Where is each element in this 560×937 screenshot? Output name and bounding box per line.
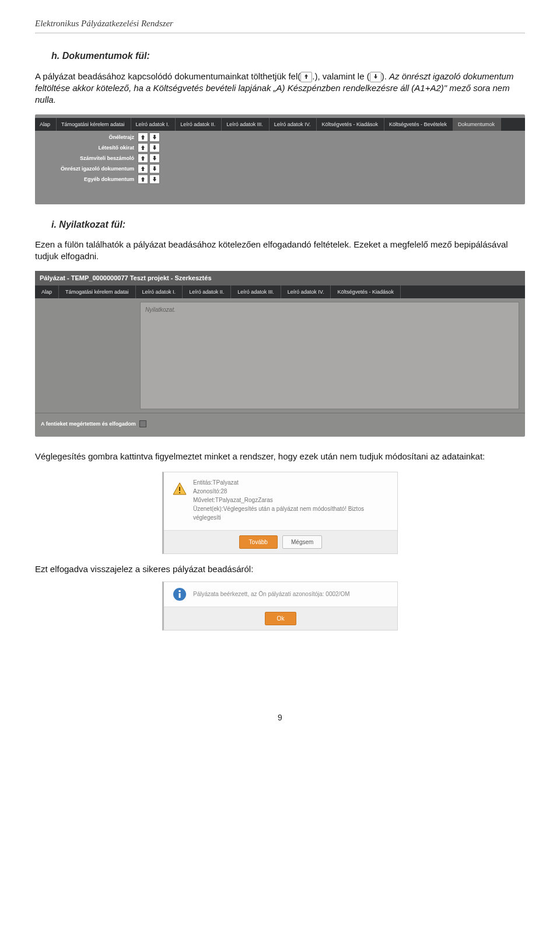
upload-button[interactable] bbox=[138, 133, 148, 142]
tab-leiro3[interactable]: Leíró adatok III. bbox=[231, 285, 281, 298]
documents-body: Önéletrajz Létesítő okirat Számviteli be… bbox=[35, 131, 525, 184]
declaration-tabs: Alap Támogatási kérelem adatai Leíró ada… bbox=[35, 285, 525, 298]
documents-screenshot: Alap Támogatási kérelem adatai Leíró ada… bbox=[35, 114, 525, 204]
accept-row: A fentieket megértettem és elfogadom bbox=[35, 413, 525, 433]
para-after-shot2: Véglegesítés gombra kattintva figyelmezt… bbox=[35, 451, 525, 462]
download-button[interactable] bbox=[149, 164, 160, 173]
tab-leiro1[interactable]: Leíró adatok I. bbox=[131, 118, 176, 131]
upload-button[interactable] bbox=[138, 164, 148, 173]
upload-button[interactable] bbox=[138, 143, 148, 152]
continue-button[interactable]: Tovább bbox=[239, 535, 278, 549]
tab-kiadasok[interactable]: Költségvetés - Kiadások bbox=[331, 285, 401, 298]
upload-button[interactable] bbox=[138, 154, 148, 163]
tab-alap[interactable]: Alap bbox=[35, 118, 57, 131]
svg-rect-0 bbox=[179, 487, 180, 491]
svg-rect-3 bbox=[179, 593, 181, 598]
download-button[interactable] bbox=[149, 143, 160, 152]
svg-point-4 bbox=[178, 590, 181, 592]
upload-icon bbox=[300, 72, 312, 82]
declaration-screenshot: Pályázat - TEMP_0000000077 Teszt projekt… bbox=[35, 271, 525, 437]
dialog-line: Entitás:TPalyazat bbox=[193, 478, 389, 487]
dialog-line: Művelet:TPalyazat_RogzZaras bbox=[193, 496, 389, 504]
section-h-para1c: ). bbox=[382, 71, 387, 81]
section-i-para: Ezen a fülön találhatók a pályázat beadá… bbox=[35, 239, 525, 263]
tab-leiro1[interactable]: Leíró adatok I. bbox=[136, 285, 183, 298]
tab-tamogatasi[interactable]: Támogatási kérelem adatai bbox=[57, 118, 131, 131]
declaration-textarea[interactable]: Nyilatkozat. bbox=[140, 302, 519, 409]
header-rule bbox=[35, 33, 525, 33]
success-dialog-text: Pályázata beérkezett, az Ön pályázati az… bbox=[193, 590, 350, 598]
tab-leiro2[interactable]: Leíró adatok II. bbox=[176, 118, 222, 131]
documents-tabs: Alap Támogatási kérelem adatai Leíró ada… bbox=[35, 118, 525, 131]
para-after-dialog1: Ezt elfogadva visszajelez a sikeres pály… bbox=[35, 563, 525, 575]
tab-leiro4[interactable]: Leíró adatok IV. bbox=[281, 285, 331, 298]
doc-label: Létesítő okirat bbox=[35, 144, 138, 151]
doc-row: Létesítő okirat bbox=[35, 142, 525, 153]
confirm-dialog: Entitás:TPalyazat Azonosító:28 Művelet:T… bbox=[162, 472, 398, 555]
confirm-dialog-text: Entitás:TPalyazat Azonosító:28 Művelet:T… bbox=[193, 478, 389, 522]
section-h-para1a: A pályázat beadásához kapcsolódó dokumen… bbox=[35, 71, 300, 81]
upload-button[interactable] bbox=[138, 175, 148, 184]
section-h-title: h. Dokumentumok fül: bbox=[51, 50, 525, 62]
section-i-title: i. Nyilatkozat fül: bbox=[51, 218, 525, 231]
doc-label: Számviteli beszámoló bbox=[35, 155, 138, 162]
dialog-line: Üzenet(ek):Véglegesítés után a pályázat … bbox=[193, 504, 389, 522]
warning-icon bbox=[172, 482, 187, 497]
doc-label: Egyéb dokumentum bbox=[35, 176, 138, 183]
tab-leiro3[interactable]: Leíró adatok III. bbox=[222, 118, 270, 131]
ok-button[interactable]: Ok bbox=[265, 612, 297, 626]
tab-leiro4[interactable]: Leíró adatok IV. bbox=[270, 118, 317, 131]
svg-rect-1 bbox=[179, 492, 180, 493]
tab-dokumentumok[interactable]: Dokumentumok bbox=[453, 118, 501, 131]
accept-label: A fentieket megértettem és elfogadom bbox=[41, 420, 136, 427]
doc-row: Önéletrajz bbox=[35, 132, 525, 142]
dialog-line: Azonosító:28 bbox=[193, 487, 389, 496]
tab-tamogatasi[interactable]: Támogatási kérelem adatai bbox=[59, 285, 136, 298]
section-h-para1: A pályázat beadásához kapcsolódó dokumen… bbox=[35, 71, 525, 106]
download-icon bbox=[370, 72, 382, 82]
tab-leiro2[interactable]: Leíró adatok II. bbox=[183, 285, 231, 298]
doc-label: Önéletrajz bbox=[35, 134, 138, 141]
accept-checkbox[interactable] bbox=[139, 420, 146, 427]
doc-row: Önrészt igazoló dokumentum bbox=[35, 163, 525, 174]
tab-alap[interactable]: Alap bbox=[35, 285, 59, 298]
info-icon bbox=[172, 587, 187, 602]
doc-row: Egyéb dokumentum bbox=[35, 174, 525, 184]
doc-label: Önrészt igazoló dokumentum bbox=[35, 165, 138, 172]
document-title: Elektronikus Pályázatkezelési Rendszer bbox=[35, 18, 525, 29]
section-h-para1b: .), valamint le ( bbox=[312, 71, 369, 81]
page-number: 9 bbox=[35, 712, 525, 723]
window-title: Pályázat - TEMP_0000000077 Teszt projekt… bbox=[35, 271, 525, 285]
tab-kiadasok[interactable]: Költségvetés - Kiadások bbox=[317, 118, 384, 131]
download-button[interactable] bbox=[149, 175, 160, 184]
doc-row: Számviteli beszámoló bbox=[35, 153, 525, 163]
download-button[interactable] bbox=[149, 133, 160, 142]
tab-bevetelek[interactable]: Költségvetés - Bevételek bbox=[384, 118, 453, 131]
cancel-button[interactable]: Mégsem bbox=[282, 535, 322, 549]
success-dialog: Pályázata beérkezett, az Ön pályázati az… bbox=[162, 581, 398, 631]
download-button[interactable] bbox=[149, 154, 160, 163]
